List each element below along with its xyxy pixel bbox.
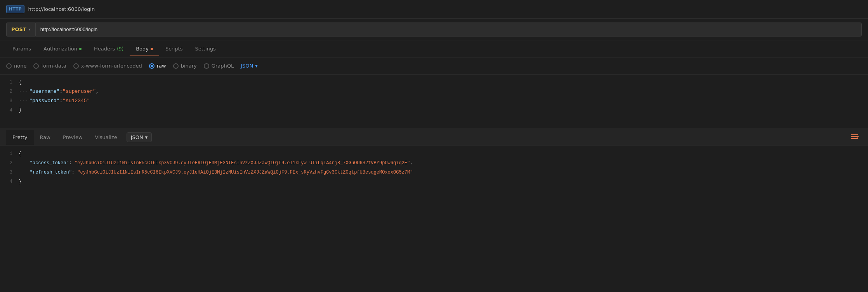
resp-line-2: 2 "access_token": "eyJhbGciOiJIUzI1NiIsI… bbox=[0, 158, 868, 168]
resp-tab-preview-label: Preview bbox=[63, 134, 83, 140]
tab-body[interactable]: Body bbox=[130, 41, 159, 56]
tab-authorization[interactable]: Authorization bbox=[37, 41, 88, 56]
tab-headers[interactable]: Headers (9) bbox=[88, 41, 130, 56]
response-body: 1 { 2 "access_token": "eyJhbGciOiJIUzI1N… bbox=[0, 146, 868, 292]
format-selector[interactable]: JSON ▾ bbox=[241, 63, 258, 69]
radio-binary-label: binary bbox=[181, 63, 197, 69]
resp-close-brace: } bbox=[19, 177, 868, 186]
resp-line-num-3: 3 bbox=[0, 168, 19, 177]
http-badge: HTTP bbox=[6, 5, 24, 13]
resp-line-1: 1 { bbox=[0, 149, 868, 158]
authorization-dot-icon bbox=[79, 48, 82, 50]
value-password: "su12345" bbox=[62, 97, 90, 105]
resp-tab-pretty-label: Pretty bbox=[12, 134, 28, 140]
format-label: JSON bbox=[241, 63, 253, 69]
tab-settings[interactable]: Settings bbox=[189, 41, 222, 56]
tab-scripts[interactable]: Scripts bbox=[159, 41, 189, 56]
indent-dots-3: ··· bbox=[19, 97, 28, 105]
url-bar: POST ▾ bbox=[0, 19, 868, 40]
resp-line-num-4: 4 bbox=[0, 177, 19, 186]
editor-line-1: 1 { bbox=[0, 78, 868, 87]
line-4-content: } bbox=[19, 106, 22, 115]
method-selector[interactable]: POST ▾ bbox=[6, 23, 35, 36]
resp-format-selector[interactable]: JSON ▾ bbox=[127, 132, 152, 142]
resp-line-num-1: 1 bbox=[0, 149, 19, 158]
resp-tab-visualize[interactable]: Visualize bbox=[89, 130, 123, 145]
url-input[interactable] bbox=[35, 23, 862, 36]
key-username: "username" bbox=[29, 87, 59, 96]
value-username: "superuser" bbox=[62, 87, 96, 96]
title-url: http://localhost:6000/login bbox=[28, 6, 95, 12]
format-chevron-icon: ▾ bbox=[255, 63, 258, 69]
radio-binary[interactable]: binary bbox=[173, 63, 197, 69]
radio-binary-circle bbox=[173, 63, 179, 69]
resp-line-3: 3 "refresh_token": "eyJhbGciOiJIUzI1NiIs… bbox=[0, 168, 868, 177]
radio-none-circle bbox=[6, 63, 12, 69]
indent-dots-2: ··· bbox=[19, 87, 28, 96]
resp-line-num-2: 2 bbox=[0, 159, 19, 167]
line-number-4: 4 bbox=[0, 106, 19, 115]
body-options: none form-data x-www-form-urlencoded raw… bbox=[0, 57, 868, 75]
resp-tab-visualize-label: Visualize bbox=[95, 134, 117, 140]
tab-body-label: Body bbox=[136, 46, 149, 52]
resp-tab-raw-label: Raw bbox=[40, 134, 50, 140]
tabs-bar: Params Authorization Headers (9) Body Sc… bbox=[0, 40, 868, 57]
body-dot-icon bbox=[151, 48, 153, 50]
line-number-3: 3 bbox=[0, 97, 19, 105]
title-bar: HTTP http://localhost:6000/login bbox=[0, 0, 868, 19]
value-refresh-token: "eyJhbGciOiJIUzI1NiIsInR5cCI6IkpXVCJ9.ey… bbox=[77, 170, 413, 175]
tab-headers-label: Headers bbox=[94, 46, 115, 52]
line-number-1: 1 bbox=[0, 78, 19, 87]
radio-formdata-circle bbox=[33, 63, 39, 69]
editor-line-2: 2 ··· "username" : "superuser" , bbox=[0, 87, 868, 96]
editor-line-3: 3 ··· "password" : "su12345" bbox=[0, 96, 868, 106]
tab-settings-label: Settings bbox=[195, 46, 215, 52]
key-refresh-token: "refresh_token" bbox=[30, 170, 72, 175]
radio-urlencoded[interactable]: x-www-form-urlencoded bbox=[73, 63, 142, 69]
resp-tab-preview[interactable]: Preview bbox=[57, 130, 89, 145]
tab-params[interactable]: Params bbox=[6, 41, 37, 56]
radio-graphql-label: GraphQL bbox=[212, 63, 234, 69]
radio-urlencoded-label: x-www-form-urlencoded bbox=[81, 63, 142, 69]
resp-access-token-line: "access_token": "eyJhbGciOiJIUzI1NiIsInR… bbox=[19, 159, 868, 167]
radio-raw-label: raw bbox=[157, 63, 166, 69]
chevron-down-icon: ▾ bbox=[29, 27, 31, 31]
response-tabs: Pretty Raw Preview Visualize JSON ▾ bbox=[0, 129, 868, 146]
radio-formdata[interactable]: form-data bbox=[33, 63, 66, 69]
resp-line-4: 4 } bbox=[0, 177, 868, 186]
resp-format-chevron-icon: ▾ bbox=[145, 134, 148, 140]
resp-tab-raw[interactable]: Raw bbox=[34, 130, 57, 145]
headers-badge: (9) bbox=[117, 46, 123, 52]
radio-none[interactable]: none bbox=[6, 63, 26, 69]
wrap-icon[interactable] bbox=[848, 134, 862, 141]
radio-graphql-circle bbox=[204, 63, 209, 69]
tab-params-label: Params bbox=[12, 46, 31, 52]
radio-urlencoded-circle bbox=[73, 63, 79, 69]
radio-raw[interactable]: raw bbox=[149, 63, 166, 69]
line-number-2: 2 bbox=[0, 87, 19, 96]
request-editor[interactable]: 1 { 2 ··· "username" : "superuser" , 3 ·… bbox=[0, 75, 868, 129]
tab-authorization-label: Authorization bbox=[43, 46, 77, 52]
resp-tab-pretty[interactable]: Pretty bbox=[6, 130, 34, 145]
resp-refresh-token-line: "refresh_token": "eyJhbGciOiJIUzI1NiIsIn… bbox=[19, 168, 868, 177]
radio-formdata-label: form-data bbox=[41, 63, 66, 69]
tab-scripts-label: Scripts bbox=[165, 46, 182, 52]
radio-none-label: none bbox=[14, 63, 26, 69]
resp-format-label: JSON bbox=[131, 134, 143, 140]
key-access-token: "access_token" bbox=[30, 160, 69, 166]
value-access-token: "eyJhbGciOiJIUzI1NiIsInR5cCI6IkpXVCJ9.ey… bbox=[75, 160, 410, 166]
resp-open-brace: { bbox=[19, 149, 868, 158]
line-1-content: { bbox=[19, 78, 22, 87]
radio-graphql[interactable]: GraphQL bbox=[204, 63, 234, 69]
method-label: POST bbox=[11, 26, 26, 32]
key-password: "password" bbox=[29, 97, 59, 105]
editor-line-4: 4 } bbox=[0, 106, 868, 115]
radio-raw-circle bbox=[149, 63, 155, 69]
